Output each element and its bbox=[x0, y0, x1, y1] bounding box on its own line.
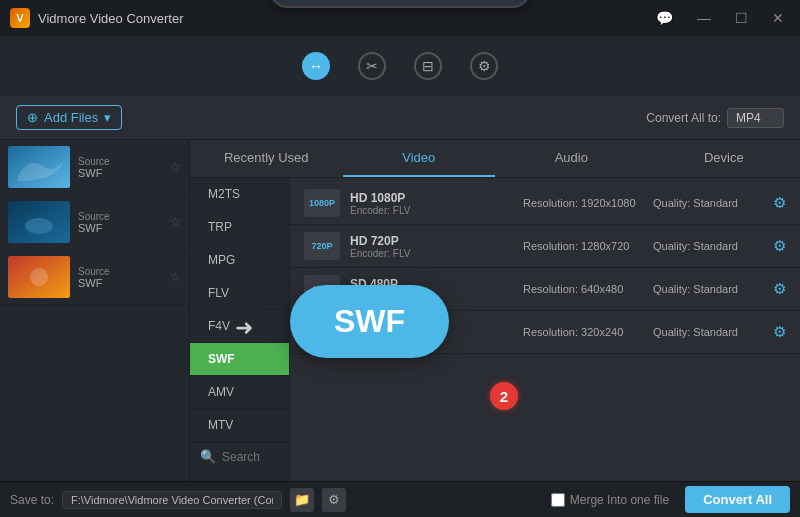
format-item-trp[interactable]: TRP bbox=[190, 211, 289, 244]
badge-240p: 240P bbox=[304, 318, 340, 346]
add-files-button[interactable]: ⊕ Add Files ▾ bbox=[16, 105, 122, 130]
save-path-input[interactable] bbox=[62, 491, 282, 509]
nav-compress[interactable]: ⊟ bbox=[414, 52, 442, 80]
maximize-button[interactable]: ☐ bbox=[729, 8, 754, 28]
file-star-3[interactable]: ☆ bbox=[170, 270, 181, 284]
search-input[interactable] bbox=[222, 450, 290, 464]
close-button[interactable]: ✕ bbox=[766, 8, 790, 28]
format-res-720p: Resolution: 1280x720 bbox=[523, 240, 643, 252]
step-2-label: 2 bbox=[500, 388, 508, 405]
format-item-amv[interactable]: AMV bbox=[190, 376, 289, 409]
format-settings-240p[interactable]: ⚙ bbox=[773, 323, 786, 341]
badge-720p: 720P bbox=[304, 232, 340, 260]
format-panel: Recently Used Video Audio Device M2TS TR… bbox=[190, 140, 800, 481]
nav-edit[interactable]: ✂ bbox=[358, 52, 386, 80]
file-name-3: SWF bbox=[78, 277, 162, 289]
format-item-swf[interactable]: SWF bbox=[190, 343, 289, 376]
format-item-mtv[interactable]: MTV bbox=[190, 409, 289, 442]
merge-label: Merge Into one file bbox=[551, 493, 669, 507]
chat-button[interactable]: 💬 bbox=[650, 8, 679, 28]
file-star-2[interactable]: ☆ bbox=[170, 215, 181, 229]
format-name-720p: HD 720P bbox=[350, 234, 513, 248]
convert-all-format-select[interactable]: MP4 bbox=[727, 108, 784, 128]
add-files-plus-icon: ⊕ bbox=[27, 110, 38, 125]
badge-1080p: 1080P bbox=[304, 189, 340, 217]
svg-point-4 bbox=[30, 268, 48, 286]
app-icon: V bbox=[10, 8, 30, 28]
format-settings-720p[interactable]: ⚙ bbox=[773, 237, 786, 255]
format-settings-1080p[interactable]: ⚙ bbox=[773, 194, 786, 212]
format-settings-480p[interactable]: ⚙ bbox=[773, 280, 786, 298]
file-info-2: Source SWF bbox=[78, 211, 162, 234]
format-name-1080p: HD 1080P bbox=[350, 191, 513, 205]
bottom-bar: Save to: 📁 ⚙ Merge Into one file Convert… bbox=[0, 481, 800, 517]
badge-480p: 480P bbox=[304, 275, 340, 303]
format-option-1080p[interactable]: 1080P HD 1080P Encoder: FLV Resolution: … bbox=[290, 182, 800, 225]
merge-text: Merge Into one file bbox=[570, 493, 669, 507]
nav-icons: ↔ ✂ ⊟ ⚙ bbox=[302, 52, 498, 80]
file-list: Source SWF ☆ Source SWF ☆ bbox=[0, 140, 190, 481]
format-res-480p: Resolution: 640x480 bbox=[523, 283, 643, 295]
format-quality-480p: Quality: Standard bbox=[653, 283, 763, 295]
top-toolbar: ↔ ✂ ⊟ ⚙ bbox=[0, 36, 800, 96]
format-detail-720p: HD 720P Encoder: FLV bbox=[350, 234, 513, 259]
format-option-480p[interactable]: 480P SD 480P Encoder: FLV Resolution: 64… bbox=[290, 268, 800, 311]
convert-all-pill[interactable]: Convert All to: MP4 ▼ bbox=[270, 0, 530, 8]
convert-all-right: Convert All to: MP4 bbox=[646, 108, 784, 128]
file-item-2: Source SWF ☆ bbox=[0, 195, 189, 250]
format-detail-480p: SD 480P Encoder: FLV bbox=[350, 277, 513, 302]
toolbox-icon: ⚙ bbox=[470, 52, 498, 80]
app-icon-text: V bbox=[16, 12, 23, 24]
file-item-1: Source SWF ☆ bbox=[0, 140, 189, 195]
convert-all-button[interactable]: Convert All bbox=[685, 486, 790, 513]
file-name-2: SWF bbox=[78, 222, 162, 234]
tabs-row: Recently Used Video Audio Device bbox=[190, 140, 800, 178]
settings-button[interactable]: ⚙ bbox=[322, 488, 346, 512]
file-info-3: Source SWF bbox=[78, 266, 162, 289]
save-to-label: Save to: bbox=[10, 493, 54, 507]
format-item-flv[interactable]: FLV bbox=[190, 277, 289, 310]
compress-icon: ⊟ bbox=[414, 52, 442, 80]
nav-convert[interactable]: ↔ bbox=[302, 52, 330, 80]
add-files-label: Add Files bbox=[44, 110, 98, 125]
nav-toolbox[interactable]: ⚙ bbox=[470, 52, 498, 80]
add-files-dropdown-icon: ▾ bbox=[104, 110, 111, 125]
search-bar: 🔍 bbox=[190, 442, 289, 470]
format-quality-1080p: Quality: Standard bbox=[653, 197, 763, 209]
file-thumb-1 bbox=[8, 146, 70, 188]
format-option-240p[interactable]: 240P 240P Encoder: FLV Resolution: 320x2… bbox=[290, 311, 800, 354]
file-source-2: Source bbox=[78, 211, 162, 222]
format-name-240p: 240P bbox=[350, 320, 513, 334]
tab-recently-used[interactable]: Recently Used bbox=[190, 140, 343, 177]
file-thumb-2 bbox=[8, 201, 70, 243]
tab-audio[interactable]: Audio bbox=[495, 140, 648, 177]
convert-all-overlay: Convert All to: MP4 ▼ bbox=[270, 0, 530, 8]
file-name-1: SWF bbox=[78, 167, 162, 179]
title-bar-right: 💬 — ☐ ✕ bbox=[650, 8, 790, 28]
format-quality-240p: Quality: Standard bbox=[653, 326, 763, 338]
open-folder-button[interactable]: 📁 bbox=[290, 488, 314, 512]
file-info-1: Source SWF bbox=[78, 156, 162, 179]
format-detail-240p: 240P Encoder: FLV bbox=[350, 320, 513, 345]
convert-all-bar: ⊕ Add Files ▾ Convert All to: MP4 bbox=[0, 96, 800, 140]
format-encoder-720p: Encoder: FLV bbox=[350, 248, 513, 259]
merge-checkbox[interactable] bbox=[551, 493, 565, 507]
format-res-1080p: Resolution: 1920x1080 bbox=[523, 197, 643, 209]
format-item-m2ts[interactable]: M2TS bbox=[190, 178, 289, 211]
app-title: Vidmore Video Converter bbox=[38, 11, 184, 26]
file-source-1: Source bbox=[78, 156, 162, 167]
file-source-3: Source bbox=[78, 266, 162, 277]
format-options: 1080P HD 1080P Encoder: FLV Resolution: … bbox=[290, 178, 800, 481]
format-encoder-1080p: Encoder: FLV bbox=[350, 205, 513, 216]
main-content: Source SWF ☆ Source SWF ☆ bbox=[0, 140, 800, 481]
file-star-1[interactable]: ☆ bbox=[170, 160, 181, 174]
swf-arrow-icon: ➜ bbox=[235, 315, 253, 341]
svg-point-2 bbox=[25, 218, 53, 234]
tab-video[interactable]: Video bbox=[343, 140, 496, 177]
title-bar-left: V Vidmore Video Converter bbox=[10, 8, 184, 28]
format-option-720p[interactable]: 720P HD 720P Encoder: FLV Resolution: 12… bbox=[290, 225, 800, 268]
format-name-480p: SD 480P bbox=[350, 277, 513, 291]
minimize-button[interactable]: — bbox=[691, 8, 717, 28]
format-item-mpg[interactable]: MPG bbox=[190, 244, 289, 277]
tab-device[interactable]: Device bbox=[648, 140, 801, 177]
